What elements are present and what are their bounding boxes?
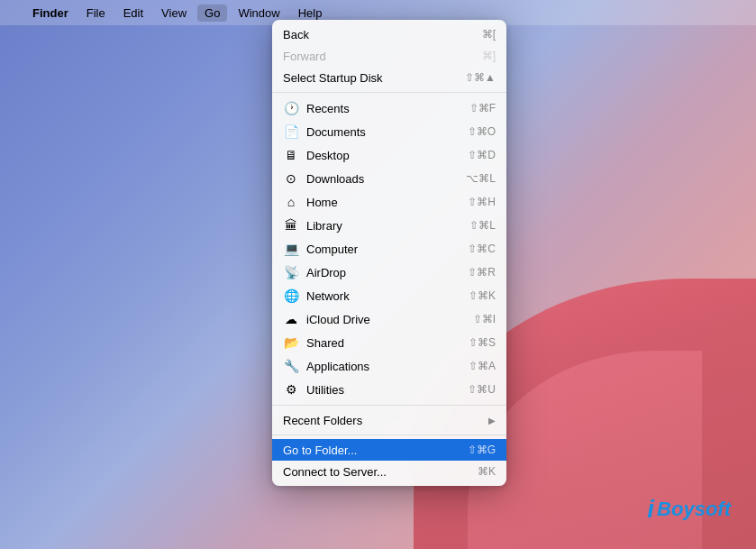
apple-menu[interactable] — [7, 11, 22, 14]
computer-icon: 💻 — [283, 241, 299, 257]
menu-item-computer[interactable]: 💻 Computer ⇧⌘C — [272, 237, 506, 261]
go-dropdown: Back ⌘[ Forward ⌘] Select Startup Disk ⇧… — [272, 20, 506, 486]
downloads-icon: ⊙ — [283, 170, 299, 187]
airdrop-icon: 📡 — [283, 264, 299, 280]
documents-icon: 📄 — [283, 124, 299, 140]
edit-menu[interactable]: Edit — [116, 5, 150, 22]
menu-item-go-to-folder[interactable]: Go to Folder... ⇧⌘G — [272, 439, 506, 461]
shared-icon: 📂 — [283, 334, 299, 351]
menu-item-airdrop[interactable]: 📡 AirDrop ⇧⌘R — [272, 261, 506, 284]
menu-item-recents[interactable]: 🕐 Recents ⇧⌘F — [272, 96, 506, 120]
submenu-arrow-icon: ▶ — [488, 416, 496, 425]
menu-item-forward[interactable]: Forward ⌘] — [272, 45, 506, 67]
desktop-icon: 🖥 — [283, 147, 299, 163]
utilities-icon: ⚙ — [283, 381, 299, 398]
menu-item-downloads[interactable]: ⊙ Downloads ⌥⌘L — [272, 167, 506, 190]
finder-menu[interactable]: Finder — [25, 5, 76, 22]
library-icon: 🏛 — [283, 217, 299, 233]
menu-item-connect-server[interactable]: Connect to Server... ⌘K — [272, 461, 506, 482]
menu-item-back[interactable]: Back ⌘[ — [272, 23, 506, 45]
menu-item-documents[interactable]: 📄 Documents ⇧⌘O — [272, 120, 506, 143]
menu-item-utilities[interactable]: ⚙ Utilities ⇧⌘U — [272, 378, 506, 401]
menu-item-shared[interactable]: 📂 Shared ⇧⌘S — [272, 331, 506, 354]
file-menu[interactable]: File — [79, 5, 113, 22]
icloud-icon: ☁ — [283, 311, 299, 327]
applications-icon: 🔧 — [283, 358, 299, 374]
separator-3 — [272, 435, 506, 435]
menu-item-startup-disk[interactable]: Select Startup Disk ⇧⌘▲ — [272, 67, 506, 88]
go-menu[interactable]: Go — [197, 5, 227, 22]
menu-item-library[interactable]: 🏛 Library ⇧⌘L — [272, 214, 506, 237]
separator-1 — [272, 92, 506, 93]
menu-item-applications[interactable]: 🔧 Applications ⇧⌘A — [272, 354, 506, 378]
menu-item-home[interactable]: ⌂ Home ⇧⌘H — [272, 190, 506, 214]
menu-item-network[interactable]: 🌐 Network ⇧⌘K — [272, 284, 506, 307]
menu-item-icloud[interactable]: ☁ iCloud Drive ⇧⌘I — [272, 307, 506, 331]
window-menu[interactable]: Window — [231, 5, 287, 22]
menu-item-recent-folders[interactable]: Recent Folders ▶ — [272, 409, 506, 431]
menu-item-desktop[interactable]: 🖥 Desktop ⇧⌘D — [272, 143, 506, 167]
network-icon: 🌐 — [283, 288, 299, 304]
home-icon: ⌂ — [283, 194, 299, 210]
iboysoft-label: Boysoft — [657, 498, 731, 521]
view-menu[interactable]: View — [154, 5, 194, 22]
help-menu[interactable]: Help — [291, 5, 330, 22]
iboysoft-i: i — [647, 495, 654, 524]
iboysoft-watermark: i Boysoft — [647, 495, 731, 524]
recents-icon: 🕐 — [283, 100, 299, 116]
separator-2 — [272, 405, 506, 406]
